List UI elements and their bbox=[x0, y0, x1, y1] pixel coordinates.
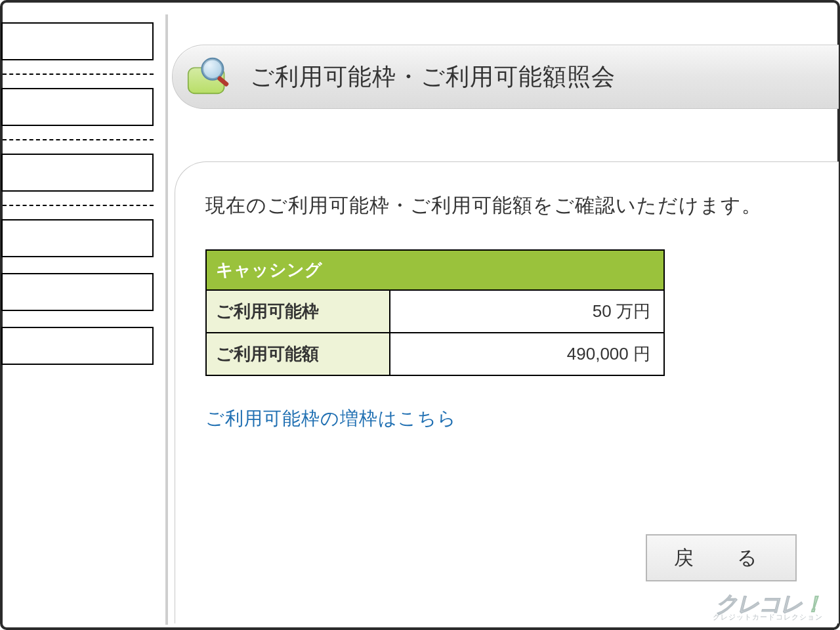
intro-text: 現在のご利用可能枠・ご利用可能額をご確認いただけます。 bbox=[205, 192, 826, 219]
sidebar-item[interactable] bbox=[1, 327, 154, 365]
sidebar-item[interactable] bbox=[1, 219, 154, 257]
back-button[interactable]: 戻 る bbox=[646, 534, 797, 581]
sidebar bbox=[3, 22, 154, 365]
sidebar-separator bbox=[3, 139, 154, 140]
sidebar-item[interactable] bbox=[1, 22, 154, 60]
limit-table: キャッシング ご利用可能枠 50 万円 ご利用可能額 490,000 円 bbox=[205, 249, 665, 376]
sidebar-item[interactable] bbox=[1, 273, 154, 311]
sidebar-separator bbox=[3, 74, 154, 75]
vertical-divider bbox=[165, 14, 168, 625]
sidebar-separator bbox=[3, 205, 154, 206]
page-title-bar: ご利用可能枠・ご利用可能額照会 bbox=[172, 45, 839, 109]
table-row: ご利用可能額 490,000 円 bbox=[206, 333, 664, 375]
app-frame: ご利用可能枠・ご利用可能額照会 現在のご利用可能枠・ご利用可能額をご確認いただけ… bbox=[0, 0, 840, 630]
page-title: ご利用可能枠・ご利用可能額照会 bbox=[250, 61, 616, 93]
svg-point-3 bbox=[202, 59, 222, 79]
row-value: 50 万円 bbox=[390, 290, 664, 333]
sidebar-item[interactable] bbox=[1, 154, 154, 192]
row-label: ご利用可能額 bbox=[206, 333, 390, 375]
table-row: ご利用可能枠 50 万円 bbox=[206, 290, 664, 333]
increase-limit-link[interactable]: ご利用可能枠の増枠はこちら bbox=[205, 406, 457, 431]
table-header: キャッシング bbox=[206, 250, 664, 290]
content-card: 現在のご利用可能枠・ご利用可能額をご確認いただけます。 キャッシング ご利用可能… bbox=[175, 161, 839, 623]
row-value: 490,000 円 bbox=[390, 333, 664, 375]
row-label: ご利用可能枠 bbox=[206, 290, 390, 333]
sidebar-item[interactable] bbox=[1, 88, 154, 126]
magnifier-card-icon bbox=[184, 54, 236, 100]
